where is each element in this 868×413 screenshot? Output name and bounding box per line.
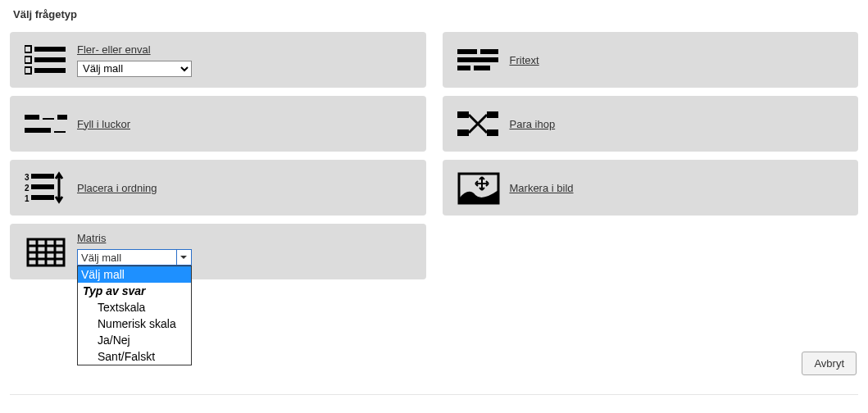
svg-rect-28 <box>474 66 490 70</box>
matrix-template-select[interactable]: Välj mall Välj mallTyp av svarTextskalaN… <box>77 249 192 266</box>
svg-rect-2 <box>25 57 31 63</box>
svg-rect-25 <box>480 49 498 54</box>
svg-rect-8 <box>57 115 67 120</box>
footer: Avbryt <box>802 352 857 375</box>
svg-text:3: 3 <box>25 173 30 182</box>
card-multi-choice[interactable]: Fler- eller enval Välj mall <box>10 32 426 88</box>
card-pair-title[interactable]: Para ihop <box>510 118 556 130</box>
matrix-template-listbox[interactable]: Välj mallTyp av svarTextskalaNumerisk sk… <box>77 266 192 365</box>
svg-rect-26 <box>457 57 498 62</box>
svg-rect-24 <box>457 49 477 54</box>
matrix-template-select-button[interactable]: Välj mall <box>77 249 192 266</box>
matrix-template-option[interactable]: Välj mall <box>78 266 191 283</box>
svg-rect-29 <box>457 111 469 118</box>
svg-text:2: 2 <box>25 184 30 193</box>
card-order[interactable]: 321 Placera i ordning <box>10 160 426 216</box>
svg-rect-9 <box>25 128 51 133</box>
card-fill-blanks[interactable]: Fyll i luckor <box>10 96 426 152</box>
card-multi-choice-title[interactable]: Fler- eller enval <box>77 43 192 56</box>
pair-icon <box>454 104 503 143</box>
card-matrix-title[interactable]: Matris <box>77 232 192 244</box>
matrix-template-option: Typ av svar <box>78 283 191 299</box>
page-title: Välj frågetyp <box>13 8 858 20</box>
card-freetext[interactable]: Fritext <box>443 32 859 88</box>
left-column: Fler- eller enval Välj mall Fyll i lucko… <box>10 32 426 279</box>
svg-rect-0 <box>25 46 31 52</box>
card-matrix[interactable]: Matris Välj mall Välj mallTyp av svarTex… <box>10 224 426 279</box>
svg-rect-5 <box>34 68 66 73</box>
freetext-icon <box>454 40 503 79</box>
matrix-template-option[interactable]: Numerisk skala <box>78 315 191 332</box>
card-mark-image[interactable]: Markera i bild <box>443 160 859 216</box>
matrix-template-select-value: Välj mall <box>81 252 121 264</box>
svg-rect-6 <box>25 115 39 120</box>
svg-rect-31 <box>457 129 469 136</box>
matrix-template-option[interactable]: Textskala <box>78 299 191 315</box>
chevron-down-icon <box>176 250 189 265</box>
card-order-title[interactable]: Placera i ordning <box>77 182 157 194</box>
svg-text:1: 1 <box>25 194 30 203</box>
svg-rect-3 <box>34 57 66 62</box>
multi-choice-icon <box>21 40 70 79</box>
matrix-icon <box>21 232 70 271</box>
svg-rect-10 <box>54 131 66 133</box>
order-icon: 321 <box>21 168 70 207</box>
right-column: Fritext Para ihop Markera i bild <box>443 32 859 279</box>
svg-rect-4 <box>25 67 31 74</box>
card-mark-image-title[interactable]: Markera i bild <box>510 182 574 194</box>
svg-rect-27 <box>457 66 470 70</box>
svg-rect-14 <box>31 184 54 189</box>
svg-rect-1 <box>34 47 66 52</box>
card-freetext-title[interactable]: Fritext <box>510 54 539 66</box>
card-fill-blanks-title[interactable]: Fyll i luckor <box>77 118 130 130</box>
divider <box>10 394 858 395</box>
fill-blanks-icon <box>21 104 70 143</box>
card-pair[interactable]: Para ihop <box>443 96 859 152</box>
svg-rect-16 <box>31 195 54 200</box>
svg-rect-30 <box>487 111 498 118</box>
mark-image-icon <box>454 168 503 207</box>
svg-rect-7 <box>43 118 54 120</box>
svg-rect-32 <box>487 129 498 136</box>
matrix-template-option[interactable]: Ja/Nej <box>78 332 191 348</box>
cancel-button[interactable]: Avbryt <box>802 352 857 375</box>
matrix-template-option[interactable]: Sant/Falskt <box>78 348 191 365</box>
svg-rect-12 <box>31 174 54 179</box>
multi-choice-template-select[interactable]: Välj mall <box>77 61 192 77</box>
